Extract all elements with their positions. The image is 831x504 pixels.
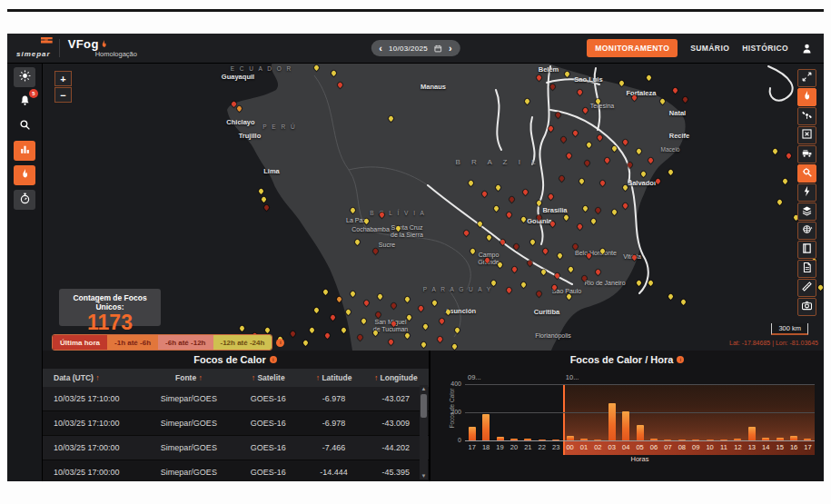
app-window: simepar VFog Homologação ‹ 10/03/2025 ›	[7, 34, 824, 481]
sidebar-item-statistics[interactable]	[14, 141, 35, 161]
map-label: Recife	[669, 133, 690, 141]
tool-layers-button[interactable]	[797, 203, 816, 221]
sort-arrow-icon: ↑	[95, 373, 99, 382]
table-row[interactable]: 10/03/25 17:00:00Simepar/GOESGOES-16-14.…	[42, 460, 429, 481]
scroll-down-icon[interactable]: ▼	[420, 473, 428, 479]
chart-bar[interactable]	[469, 427, 476, 440]
x-tick-label: 22	[535, 440, 549, 455]
map-label: Salvador	[628, 180, 657, 188]
sidebar-item-search[interactable]	[14, 116, 35, 136]
tool-ruler-button[interactable]	[797, 279, 816, 297]
date-value[interactable]: 10/03/2025	[389, 44, 428, 53]
table-cell: 10/03/25 17:10:00	[42, 419, 146, 428]
x-tick-label: 20	[507, 440, 520, 455]
x-tick-label: 11	[717, 440, 730, 455]
chevron-right-icon[interactable]: ›	[449, 44, 452, 54]
bar-slot	[465, 384, 479, 440]
map-label: B R A Z I L	[455, 158, 539, 166]
user-icon[interactable]	[801, 43, 813, 54]
table-scrollbar[interactable]: ▲ ▼	[420, 385, 428, 479]
table-cell: Simepar/GOES	[146, 468, 232, 477]
x-tick-label: 13	[745, 440, 758, 455]
column-header-2[interactable]: ↑ Satelite	[232, 373, 305, 382]
chart-bar[interactable]	[748, 427, 756, 440]
scrollbar-thumb[interactable]	[420, 394, 427, 418]
table-row[interactable]: 10/03/25 17:10:00Simepar/GOESGOES-16-6.9…	[42, 411, 429, 436]
chart-info-icon[interactable]: i	[677, 356, 684, 363]
calendar-icon[interactable]	[434, 44, 442, 53]
sidebar-item-alerts[interactable]: 5	[14, 92, 35, 112]
x-tick-label: 12	[731, 440, 745, 455]
legend-item-3[interactable]: -12h até -24h	[213, 335, 272, 350]
tool-close-box-button[interactable]	[797, 126, 816, 144]
book-icon	[801, 242, 813, 258]
sidebar-item-brightness[interactable]	[14, 67, 35, 87]
table-info-icon[interactable]: i	[270, 356, 277, 363]
chart-bar[interactable]	[482, 414, 490, 440]
tool-file-button[interactable]	[797, 260, 816, 278]
brand-area: simepar VFog Homologação	[7, 37, 137, 60]
legend-info-icon[interactable]: i	[276, 339, 284, 347]
x-tick-label: 14	[759, 440, 773, 455]
close-box-icon	[801, 127, 813, 143]
x-tick-label: 06	[647, 440, 660, 455]
statistics-icon	[19, 143, 31, 159]
hourly-chart-panel: Focos de Calor / Hora i Focos de Calor 1…	[430, 351, 824, 481]
sidebar-item-timer[interactable]	[14, 190, 35, 210]
x-tick-label: 00	[563, 440, 577, 455]
chart-bar[interactable]	[637, 425, 644, 440]
map-label: Lima	[263, 168, 280, 176]
simepar-logo[interactable]: simepar	[16, 37, 51, 60]
column-header-3[interactable]: ↑ Latitude	[305, 373, 363, 382]
chart-title: Focos de Calor / Hora	[570, 354, 674, 365]
table-cell: GOES-16	[232, 443, 305, 452]
legend-item-0[interactable]: Última hora	[53, 335, 107, 350]
tool-globe-sync-button[interactable]	[797, 222, 816, 240]
bar-slot	[521, 384, 535, 440]
tool-expand-button[interactable]	[797, 69, 816, 87]
chevron-left-icon[interactable]: ‹	[379, 44, 382, 54]
tool-satellite-button[interactable]	[797, 107, 816, 125]
legend-item-1[interactable]: -1h até -6h	[107, 335, 158, 350]
map-label: Belo Horizonte	[575, 250, 617, 257]
column-header-0[interactable]: Data (UTC) ↑	[42, 373, 146, 382]
tool-search-area-button[interactable]	[797, 164, 816, 183]
globe-sync-icon	[801, 222, 813, 239]
camera-icon	[801, 299, 813, 315]
tool-camera-button[interactable]	[797, 298, 816, 316]
sidebar-item-fire[interactable]	[14, 165, 35, 185]
legend-item-2[interactable]: -6h até -12h	[158, 335, 213, 350]
tab-historico[interactable]: HISTÓRICO	[742, 44, 788, 53]
tool-lightning-button[interactable]	[797, 183, 816, 202]
table-cell: Simepar/GOES	[146, 419, 232, 428]
counter-label: Contagem de Focos Únicos:	[59, 293, 161, 311]
column-header-4[interactable]: ↑ Longitude	[363, 373, 429, 382]
x-tick-label: 18	[479, 440, 492, 455]
tool-fire-button[interactable]	[797, 88, 816, 106]
x-tick-label: 21	[521, 440, 535, 455]
map-label: Sucre	[379, 242, 395, 249]
tab-sumario[interactable]: SUMÁRIO	[690, 44, 729, 53]
tool-fire-truck-button[interactable]	[797, 145, 816, 163]
zoom-in-button[interactable]: +	[54, 71, 72, 86]
tab-monitoramento[interactable]: MONITORAMENTO	[587, 39, 678, 57]
column-header-1[interactable]: Fonte ↑	[146, 373, 232, 382]
map-label: Chiclayo	[226, 119, 254, 127]
bar-slot	[605, 384, 618, 440]
zoom-out-button[interactable]: −	[54, 87, 72, 103]
chart-bar[interactable]	[622, 411, 629, 440]
map-scale: 300 km	[771, 323, 808, 335]
bar-slot	[535, 384, 549, 440]
map-canvas[interactable]: E C U A D O RGuayaquilManausBelémSao Lui…	[42, 63, 824, 351]
chart-bar[interactable]	[608, 403, 616, 440]
table-cell: -6.978	[305, 419, 363, 428]
map-label: Belém	[539, 66, 559, 74]
table-row[interactable]: 10/03/25 17:10:00Simepar/GOESGOES-16-6.9…	[42, 387, 429, 411]
app-title: VFog	[68, 38, 137, 50]
bar-slot	[675, 384, 688, 440]
alerts-icon	[19, 94, 31, 110]
table-cell: Simepar/GOES	[146, 394, 232, 403]
scroll-up-icon[interactable]: ▲	[420, 386, 428, 391]
table-row[interactable]: 10/03/25 17:00:00Simepar/GOESGOES-16-7.4…	[42, 436, 429, 460]
tool-book-button[interactable]	[797, 241, 816, 259]
